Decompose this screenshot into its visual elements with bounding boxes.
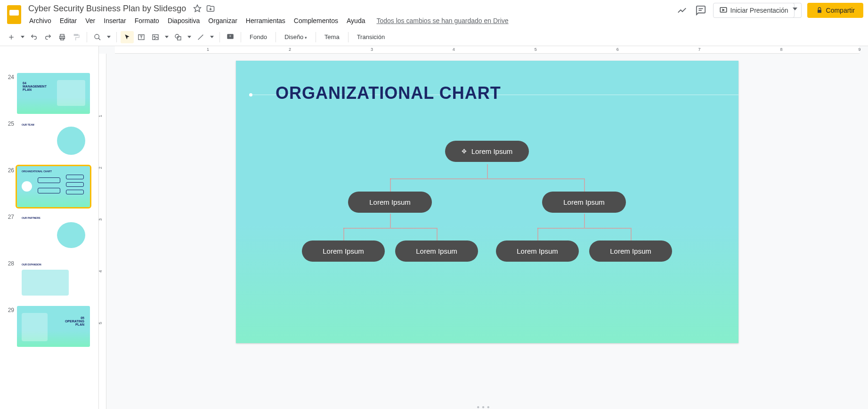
- image-dropdown[interactable]: [163, 31, 170, 43]
- slide-thumb-27[interactable]: 27 OUR PARTNERS: [6, 213, 98, 254]
- menu-complementos[interactable]: Complementos: [290, 16, 342, 26]
- app-logo[interactable]: [5, 3, 24, 26]
- svg-text:+: +: [229, 33, 231, 38]
- svg-line-12: [98, 38, 100, 40]
- select-tool-button[interactable]: [121, 31, 134, 43]
- present-button[interactable]: Iniciar Presentación: [713, 3, 795, 18]
- menu-formato[interactable]: Formato: [131, 16, 163, 26]
- speaker-notes-grip[interactable]: ● ● ●: [476, 404, 492, 409]
- slide-canvas[interactable]: ORGANIZATIONAL CHART ✥ Lorem Ipsum: [236, 61, 738, 343]
- theme-button[interactable]: Tema: [320, 32, 344, 42]
- line-button[interactable]: [194, 31, 207, 43]
- shape-dropdown[interactable]: [186, 31, 193, 43]
- header-bar: Cyber Security Business Plan by Slidesgo…: [0, 0, 868, 28]
- image-button[interactable]: [149, 31, 162, 43]
- background-button[interactable]: Fondo: [245, 32, 272, 42]
- connector[interactable]: [390, 178, 391, 192]
- slide-thumb-25[interactable]: 25 OUR TEAM: [6, 120, 98, 160]
- vertical-ruler[interactable]: 1 2 3 4 5: [99, 54, 106, 409]
- slide-thumb-26[interactable]: 26 ORGANIZATIONAL CHART: [6, 166, 98, 207]
- comments-icon[interactable]: [694, 4, 707, 17]
- svg-marker-4: [722, 9, 724, 11]
- transition-button[interactable]: Transición: [352, 32, 389, 42]
- menu-editar[interactable]: Editar: [56, 16, 81, 26]
- doc-title[interactable]: Cyber Security Business Plan by Slidesgo: [25, 3, 189, 14]
- menu-bar: Archivo Editar Ver Insertar Formato Diap…: [25, 16, 675, 26]
- org-node-l3c[interactable]: Lorem Ipsum: [496, 241, 579, 262]
- connector[interactable]: [631, 228, 632, 241]
- connector[interactable]: [343, 228, 437, 229]
- present-dropdown[interactable]: [789, 3, 802, 18]
- menu-herramientas[interactable]: Herramientas: [242, 16, 289, 26]
- line-dropdown[interactable]: [208, 31, 216, 43]
- move-folder-icon[interactable]: [206, 4, 215, 13]
- menu-organizar[interactable]: Organizar: [204, 16, 241, 26]
- connector[interactable]: [390, 178, 584, 179]
- design-button[interactable]: Diseño: [280, 32, 312, 42]
- connector[interactable]: [390, 214, 391, 228]
- slide-thumb-28[interactable]: 28 OUR EXPANSION: [6, 259, 98, 300]
- menu-archivo[interactable]: Archivo: [25, 16, 55, 26]
- org-node-l3a[interactable]: Lorem Ipsum: [302, 241, 385, 262]
- menu-insertar[interactable]: Insertar: [100, 16, 130, 26]
- slide-heading[interactable]: ORGANIZATIONAL CHART: [276, 83, 501, 103]
- menu-ver[interactable]: Ver: [81, 16, 99, 26]
- textbox-button[interactable]: [135, 31, 148, 43]
- move-cursor-icon: ✥: [462, 148, 467, 155]
- svg-rect-5: [818, 10, 821, 13]
- connector[interactable]: [343, 228, 344, 241]
- zoom-dropdown[interactable]: [105, 31, 113, 43]
- org-node-l2b[interactable]: Lorem Ipsum: [542, 192, 626, 213]
- filmstrip[interactable]: Advertising PR Online 24 04MANAGEMENTPLA…: [0, 46, 99, 409]
- svg-point-17: [154, 36, 155, 37]
- title-dot: [249, 93, 252, 96]
- new-slide-button[interactable]: [5, 31, 18, 43]
- present-label: Iniciar Presentación: [730, 7, 788, 14]
- svg-rect-19: [178, 36, 181, 40]
- undo-button[interactable]: [27, 31, 41, 43]
- paint-format-button[interactable]: [70, 31, 83, 43]
- connector[interactable]: [584, 178, 585, 192]
- share-button[interactable]: Compartir: [807, 3, 863, 18]
- connector[interactable]: [437, 228, 438, 241]
- print-button[interactable]: [56, 31, 69, 43]
- save-status[interactable]: Todos los cambios se han guardado en Dri…: [376, 16, 508, 26]
- svg-point-11: [95, 34, 99, 39]
- menu-diapositiva[interactable]: Diapositiva: [164, 16, 203, 26]
- connector[interactable]: [487, 164, 488, 178]
- explore-icon[interactable]: [675, 4, 689, 17]
- org-node-l2a[interactable]: Lorem Ipsum: [348, 192, 432, 213]
- add-comment-button[interactable]: +: [224, 31, 237, 43]
- org-node-root[interactable]: ✥ Lorem Ipsum: [445, 141, 529, 162]
- main-area: Advertising PR Online 24 04MANAGEMENTPLA…: [0, 46, 868, 409]
- org-node-l3b[interactable]: Lorem Ipsum: [395, 241, 478, 262]
- shape-button[interactable]: [171, 31, 185, 43]
- share-label: Compartir: [826, 7, 855, 14]
- star-icon[interactable]: [193, 4, 202, 13]
- redo-button[interactable]: [41, 31, 55, 43]
- connector[interactable]: [584, 214, 585, 228]
- slide-thumb-29[interactable]: 29 05OPERATINGPLAN: [6, 306, 98, 347]
- toolbar: + Fondo Diseño Tema Transición: [0, 28, 868, 46]
- slide-thumb-24[interactable]: 24 04MANAGEMENTPLAN: [6, 73, 98, 114]
- canvas-area: 1 2 3 4 5 6 7 8 9 1 2 3 4 5 ORGANIZATION…: [99, 46, 868, 409]
- connector[interactable]: [537, 228, 631, 229]
- connector[interactable]: [537, 228, 538, 241]
- org-node-l3d[interactable]: Lorem Ipsum: [589, 241, 672, 262]
- horizontal-ruler[interactable]: 1 2 3 4 5 6 7 8 9: [115, 46, 860, 54]
- zoom-button[interactable]: [91, 31, 104, 43]
- svg-line-20: [198, 34, 203, 40]
- svg-marker-0: [194, 5, 201, 12]
- menu-ayuda[interactable]: Ayuda: [343, 16, 369, 26]
- new-slide-dropdown[interactable]: [19, 31, 26, 43]
- slide-thumb-23[interactable]: Advertising PR Online: [6, 46, 98, 67]
